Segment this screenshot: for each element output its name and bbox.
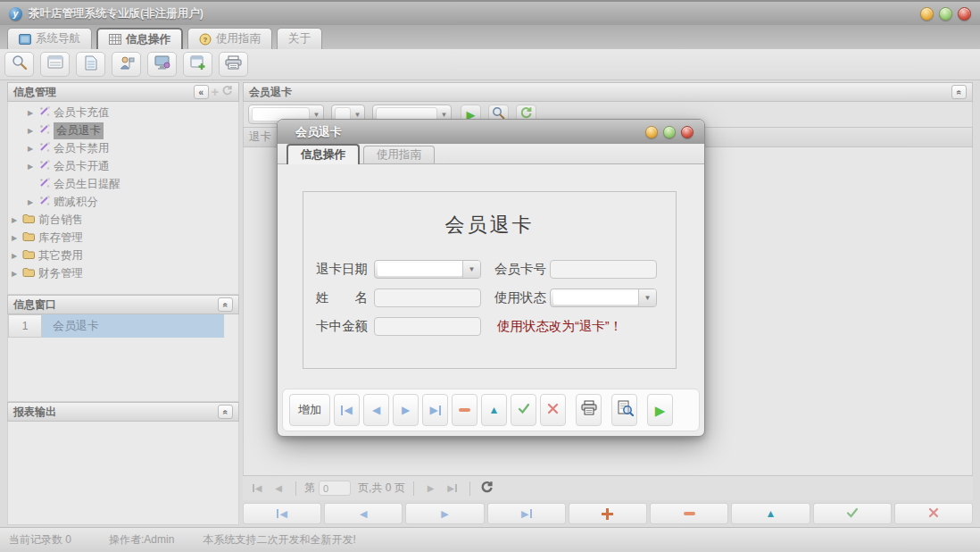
dialog-tab-user-guide[interactable]: 使用指南 bbox=[363, 146, 435, 163]
monitor-button[interactable] bbox=[147, 52, 177, 77]
tree-folder[interactable]: ▶ 财务管理 bbox=[8, 264, 238, 282]
return-date-combo[interactable]: ▼ bbox=[374, 260, 481, 279]
print-preview-button[interactable] bbox=[611, 394, 637, 426]
first-record-button[interactable]: ◀ bbox=[243, 503, 321, 524]
usage-status-combo[interactable]: ▼ bbox=[550, 289, 657, 307]
chevron-down-icon: ▼ bbox=[638, 289, 656, 306]
record-count: 当前记录数 0 bbox=[9, 532, 71, 548]
tree-folder[interactable]: ▶ 其它费用 bbox=[8, 247, 238, 264]
operator-button[interactable] bbox=[112, 52, 141, 77]
expand-arrow-icon[interactable]: ▶ bbox=[26, 127, 35, 135]
prev-page-button[interactable]: ◀ bbox=[270, 480, 287, 498]
card-amount-input[interactable] bbox=[374, 317, 481, 336]
print-button[interactable] bbox=[576, 394, 602, 426]
tree-item[interactable]: ▶ 会员卡禁用 bbox=[8, 139, 238, 157]
list-view-button[interactable] bbox=[40, 52, 70, 77]
collapse-up-button[interactable]: « bbox=[218, 297, 233, 312]
wand-icon bbox=[38, 141, 50, 155]
pin-icon[interactable]: + bbox=[212, 86, 219, 98]
last-record-button[interactable]: ▶ bbox=[487, 503, 566, 524]
tab-system-nav[interactable]: 系统导航 bbox=[7, 28, 92, 49]
run-button[interactable]: ▶ bbox=[647, 394, 673, 426]
minus-icon bbox=[684, 512, 695, 515]
collapse-up-button[interactable]: « bbox=[218, 405, 233, 419]
tree-item[interactable]: ▶ 赠减积分 bbox=[8, 193, 238, 211]
tree-item-label: 会员退卡 bbox=[54, 122, 104, 139]
card-amount-label: 卡中金额 bbox=[316, 318, 371, 335]
maximize-button[interactable] bbox=[939, 7, 952, 21]
minus-icon bbox=[459, 408, 470, 412]
move-top-button[interactable]: ▲ bbox=[731, 503, 810, 524]
prev-record-button[interactable]: ◀ bbox=[324, 503, 403, 524]
folder-icon bbox=[22, 231, 35, 244]
tree-item[interactable]: ▶ 会员卡开通 bbox=[8, 157, 238, 175]
help-coin-icon: ? bbox=[199, 33, 212, 46]
cancel-button[interactable] bbox=[540, 394, 566, 426]
first-record-button[interactable]: ◀ bbox=[334, 394, 360, 426]
expand-arrow-icon[interactable]: ▶ bbox=[26, 163, 35, 171]
prev-icon: ◀ bbox=[372, 405, 380, 415]
refresh-page-button[interactable] bbox=[478, 480, 496, 498]
delete-record-button[interactable] bbox=[650, 503, 728, 524]
usage-status-label: 使用状态 bbox=[494, 289, 550, 306]
prev-record-button[interactable]: ◀ bbox=[363, 394, 389, 426]
tab-about[interactable]: 关于 bbox=[277, 28, 322, 49]
panel-title: 信息窗口 bbox=[13, 297, 56, 313]
expand-arrow-icon[interactable]: ▶ bbox=[10, 270, 19, 278]
expand-arrow-icon[interactable]: ▶ bbox=[10, 234, 19, 242]
refresh-icon bbox=[480, 481, 494, 497]
page-suffix: 页,共 0 页 bbox=[358, 481, 405, 496]
last-record-button[interactable]: ▶ bbox=[422, 394, 448, 426]
last-page-button[interactable]: ▶ bbox=[444, 480, 461, 498]
tree-item[interactable]: ▶ 会员卡充值 bbox=[8, 104, 238, 121]
tab-info-operation[interactable]: 信息操作 bbox=[96, 28, 183, 49]
wand-icon bbox=[38, 177, 50, 191]
collapse-up-button[interactable]: « bbox=[951, 85, 967, 99]
move-top-button[interactable]: ▲ bbox=[481, 394, 507, 426]
next-page-button[interactable]: ▶ bbox=[422, 480, 440, 498]
page-number-input[interactable] bbox=[319, 481, 351, 496]
document-button[interactable] bbox=[76, 52, 105, 77]
delete-record-button[interactable] bbox=[452, 394, 478, 426]
close-button[interactable] bbox=[958, 7, 971, 21]
add-window-button[interactable] bbox=[183, 52, 212, 77]
expand-arrow-icon[interactable]: ▶ bbox=[26, 109, 35, 117]
expand-arrow-icon[interactable]: ▶ bbox=[10, 216, 19, 224]
dialog-close-button[interactable] bbox=[681, 126, 693, 138]
search-button[interactable] bbox=[4, 52, 34, 77]
expand-arrow-icon[interactable]: ▶ bbox=[26, 198, 35, 206]
status-bar: 当前记录数 0 操作者:Admin 本系统支持二次开发和全新开发! bbox=[0, 527, 980, 552]
next-icon: ▶ bbox=[402, 405, 410, 415]
add-record-button[interactable] bbox=[569, 503, 647, 524]
name-input[interactable] bbox=[374, 289, 481, 307]
tree-item-selected[interactable]: ▶ 会员退卡 bbox=[8, 121, 238, 139]
wand-icon bbox=[38, 123, 50, 138]
tab-label: 关于 bbox=[288, 31, 311, 46]
printer-button[interactable] bbox=[219, 52, 248, 77]
expand-arrow-icon[interactable]: ▶ bbox=[26, 145, 35, 153]
dialog-maximize-button[interactable] bbox=[663, 126, 676, 138]
check-icon bbox=[518, 402, 530, 418]
cancel-button[interactable] bbox=[894, 503, 973, 524]
confirm-button[interactable] bbox=[813, 503, 892, 524]
card-number-input[interactable] bbox=[550, 260, 657, 279]
confirm-button[interactable] bbox=[511, 394, 536, 426]
refresh-icon[interactable] bbox=[221, 85, 233, 99]
next-record-button[interactable]: ▶ bbox=[393, 394, 419, 426]
tree-folder[interactable]: ▶ 库存管理 bbox=[8, 229, 238, 247]
dialog-minimize-button[interactable] bbox=[645, 126, 658, 138]
minimize-button[interactable] bbox=[920, 7, 934, 21]
expand-arrow-icon[interactable]: ▶ bbox=[10, 252, 19, 260]
info-mgmt-header: 信息管理 « + bbox=[7, 82, 239, 102]
collapse-left-button[interactable]: « bbox=[194, 85, 209, 99]
operator-icon bbox=[119, 55, 135, 74]
row-label: 会员退卡 bbox=[42, 314, 224, 338]
dialog-tab-info-operation[interactable]: 信息操作 bbox=[287, 144, 360, 164]
tree-item[interactable]: ▶ 会员生日提醒 bbox=[8, 175, 238, 193]
first-page-button[interactable]: ◀ bbox=[248, 480, 266, 498]
list-item[interactable]: 1 会员退卡 bbox=[8, 314, 238, 338]
add-button[interactable]: 增加 bbox=[289, 394, 330, 426]
tree-folder[interactable]: ▶ 前台销售 bbox=[8, 211, 238, 229]
next-record-button[interactable]: ▶ bbox=[405, 503, 484, 524]
tab-user-guide[interactable]: ? 使用指南 bbox=[187, 28, 272, 49]
